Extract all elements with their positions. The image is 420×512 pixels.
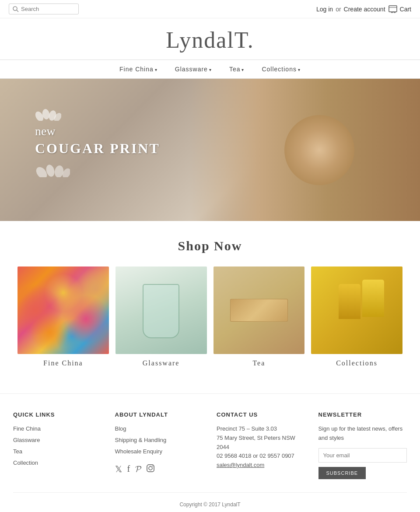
tea-image [214,267,305,354]
social-icons: 𝕏 f 𝓟 [115,464,204,475]
footer-link-collection[interactable]: Collection [13,459,102,466]
nav-item-fine-china[interactable]: Fine China▾ [119,65,158,73]
footer-wholesale-link[interactable]: Wholesale Enquiry [115,447,204,455]
footer-grid: Quick Links Fine China Glassware Tea Col… [13,411,407,479]
svg-point-12 [149,466,152,470]
nav-item-glassware[interactable]: Glassware▾ [175,65,212,73]
cart-icon [388,4,398,14]
glassware-image [116,267,207,354]
instagram-icon[interactable] [146,464,155,475]
footer-about: About LyndalT Blog Shipping & Handling W… [115,411,204,479]
or-separator: or [336,6,341,13]
chevron-down-icon: ▾ [242,67,244,72]
newsletter-description: Sign up for the latest news, offers and … [318,424,407,443]
footer-contact: Contact Us Precinct 75 – Suite 3.03 75 M… [217,411,305,479]
footer-link-fine-china[interactable]: Fine China [13,424,102,432]
hero-deco-bottom [35,162,70,177]
subscribe-button[interactable]: Subscribe [318,467,366,479]
facebook-icon[interactable]: f [127,464,130,475]
fine-china-image [18,267,109,354]
shop-card-collections[interactable]: Collections [311,267,402,367]
login-link[interactable]: Log in [316,6,333,13]
shop-now-section: Shop Now Fine China Glassware Tea Collec… [0,221,420,376]
cart-button[interactable]: Cart [388,4,411,14]
nav-link-tea[interactable]: Tea▾ [229,66,245,73]
collections-label: Collections [311,359,402,367]
svg-point-0 [13,7,17,11]
footer-link-tea[interactable]: Tea [13,447,102,455]
pinterest-icon[interactable]: 𝓟 [135,464,141,475]
footer-blog-link[interactable]: Blog [115,424,204,432]
search-icon [13,6,19,12]
site-header: Log in or Create account Cart [0,0,420,18]
about-heading: About LyndalT [115,411,204,418]
hero-overlay: new Cougar Print [35,108,160,177]
svg-rect-2 [389,6,397,12]
nav-link-glassware[interactable]: Glassware▾ [175,66,212,73]
nav-item-tea[interactable]: Tea▾ [229,65,245,73]
hero-new-label: new [35,124,160,138]
newsletter-email-input[interactable] [318,448,407,463]
hero-title: Cougar Print [35,140,160,157]
newsletter-heading: Newsletter [318,411,407,418]
nav-link-fine-china[interactable]: Fine China▾ [119,66,158,73]
shop-now-title: Shop Now [9,238,411,253]
glassware-label: Glassware [116,359,207,367]
footer-newsletter: Newsletter Sign up for the latest news, … [318,411,407,479]
hero-banner: new Cougar Print [0,79,420,221]
shop-grid: Fine China Glassware Tea Collections [9,267,411,367]
quick-links-heading: Quick Links [13,411,102,418]
hero-teacup-image [284,115,354,185]
footer-link-glassware[interactable]: Glassware [13,436,102,444]
contact-address-line1: Precinct 75 – Suite 3.03 [217,424,305,434]
tea-label: Tea [214,359,305,367]
svg-line-1 [17,10,18,12]
twitter-icon[interactable]: 𝕏 [115,464,122,475]
footer-shipping-link[interactable]: Shipping & Handling [115,436,204,444]
shop-card-fine-china[interactable]: Fine China [18,267,109,367]
chevron-down-icon: ▾ [155,67,158,72]
nav-link-collections[interactable]: Collections▾ [262,66,300,73]
search-form[interactable] [9,4,79,14]
contact-email[interactable]: sales@lyndalt.com [217,462,264,468]
collections-image [311,267,402,354]
cart-label: Cart [400,6,411,13]
contact-phone: 02 9568 4018 or 02 9557 0907 [217,452,305,461]
chevron-down-icon: ▾ [298,67,301,72]
hero-deco-top [35,108,61,121]
main-nav: Fine China▾ Glassware▾ Tea▾ Collections▾ [0,60,420,79]
search-input[interactable] [21,6,74,12]
chevron-down-icon: ▾ [209,67,212,72]
site-footer: Quick Links Fine China Glassware Tea Col… [0,393,420,512]
nav-item-collections[interactable]: Collections▾ [262,65,300,73]
contact-address-line2: 75 Mary Street, St Peters NSW 2044 [217,434,305,452]
create-account-link[interactable]: Create account [344,6,385,13]
shop-card-glassware[interactable]: Glassware [116,267,207,367]
shop-card-tea[interactable]: Tea [214,267,305,367]
contact-heading: Contact Us [217,411,305,418]
svg-point-13 [152,466,153,466]
site-logo[interactable]: LyndalT. [0,18,420,60]
header-auth-area: Log in or Create account Cart [316,4,411,14]
logo-text: LyndalT. [0,27,420,53]
copyright: Copyright © 2017 LyndalT [13,492,407,508]
footer-quick-links: Quick Links Fine China Glassware Tea Col… [13,411,102,479]
fine-china-label: Fine China [18,359,109,367]
